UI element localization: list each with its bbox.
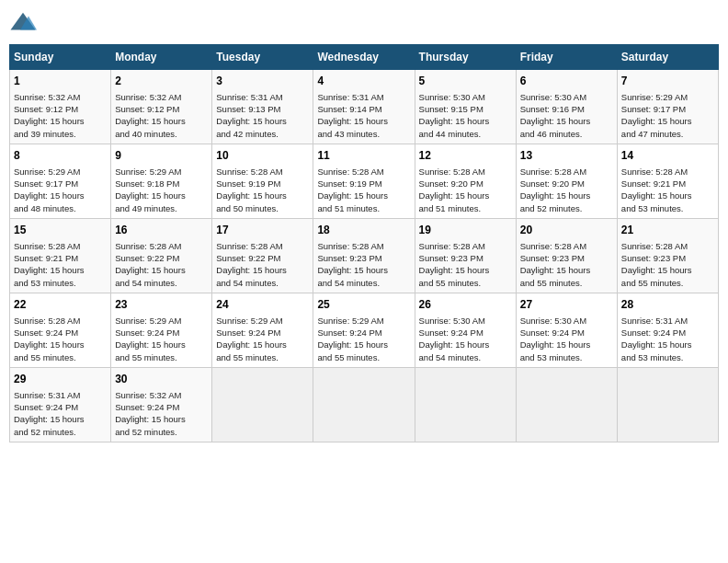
day-info: Sunrise: 5:29 AM Sunset: 9:18 PM Dayligh… (115, 166, 208, 214)
calendar-cell: 30Sunrise: 5:32 AM Sunset: 9:24 PM Dayli… (111, 367, 212, 442)
calendar-cell: 19Sunrise: 5:28 AM Sunset: 9:23 PM Dayli… (415, 218, 516, 293)
calendar-cell (617, 367, 718, 442)
day-number: 26 (419, 297, 512, 313)
day-info: Sunrise: 5:30 AM Sunset: 9:24 PM Dayligh… (419, 315, 512, 363)
day-number: 15 (14, 223, 107, 238)
day-info: Sunrise: 5:32 AM Sunset: 9:24 PM Dayligh… (115, 389, 208, 438)
calendar-cell: 13Sunrise: 5:28 AM Sunset: 9:20 PM Dayli… (516, 144, 617, 218)
day-info: Sunrise: 5:29 AM Sunset: 9:24 PM Dayligh… (115, 315, 208, 363)
weekday-header: Saturday (617, 45, 718, 70)
day-number: 28 (621, 297, 714, 313)
calendar-cell: 8Sunrise: 5:29 AM Sunset: 9:17 PM Daylig… (10, 144, 111, 218)
day-info: Sunrise: 5:31 AM Sunset: 9:24 PM Dayligh… (14, 389, 107, 438)
day-info: Sunrise: 5:32 AM Sunset: 9:12 PM Dayligh… (14, 91, 107, 140)
day-number: 12 (419, 148, 512, 164)
day-number: 20 (520, 223, 613, 238)
day-number: 9 (115, 148, 208, 164)
calendar-cell: 20Sunrise: 5:28 AM Sunset: 9:23 PM Dayli… (516, 218, 617, 293)
calendar-cell: 15Sunrise: 5:28 AM Sunset: 9:21 PM Dayli… (10, 218, 111, 293)
day-number: 21 (621, 223, 714, 238)
day-number: 10 (216, 148, 309, 164)
day-info: Sunrise: 5:30 AM Sunset: 9:24 PM Dayligh… (520, 315, 613, 363)
calendar-week-row: 8Sunrise: 5:29 AM Sunset: 9:17 PM Daylig… (10, 144, 719, 218)
day-info: Sunrise: 5:28 AM Sunset: 9:20 PM Dayligh… (419, 166, 512, 214)
day-info: Sunrise: 5:28 AM Sunset: 9:21 PM Dayligh… (621, 166, 714, 214)
day-info: Sunrise: 5:29 AM Sunset: 9:17 PM Dayligh… (14, 166, 107, 214)
calendar-cell: 22Sunrise: 5:28 AM Sunset: 9:24 PM Dayli… (10, 293, 111, 367)
calendar-cell (313, 367, 415, 442)
day-info: Sunrise: 5:28 AM Sunset: 9:21 PM Dayligh… (14, 240, 107, 289)
day-number: 23 (115, 297, 208, 313)
calendar-cell (415, 367, 516, 442)
calendar-cell: 1Sunrise: 5:32 AM Sunset: 9:12 PM Daylig… (10, 70, 111, 144)
calendar-cell: 26Sunrise: 5:30 AM Sunset: 9:24 PM Dayli… (415, 293, 516, 367)
calendar-cell: 18Sunrise: 5:28 AM Sunset: 9:23 PM Dayli… (313, 218, 415, 293)
day-info: Sunrise: 5:28 AM Sunset: 9:19 PM Dayligh… (317, 166, 410, 214)
day-number: 24 (216, 297, 309, 313)
logo-icon (9, 9, 37, 37)
calendar-cell: 4Sunrise: 5:31 AM Sunset: 9:14 PM Daylig… (313, 70, 415, 144)
day-number: 14 (621, 148, 714, 164)
day-number: 11 (317, 148, 410, 164)
calendar-cell: 2Sunrise: 5:32 AM Sunset: 9:12 PM Daylig… (111, 70, 212, 144)
calendar-cell: 5Sunrise: 5:30 AM Sunset: 9:15 PM Daylig… (415, 70, 516, 144)
weekday-header: Friday (516, 45, 617, 70)
calendar-cell: 9Sunrise: 5:29 AM Sunset: 9:18 PM Daylig… (111, 144, 212, 218)
calendar-cell (516, 367, 617, 442)
day-number: 6 (520, 74, 613, 89)
day-number: 1 (14, 74, 107, 89)
day-number: 29 (14, 372, 107, 387)
calendar-cell: 7Sunrise: 5:29 AM Sunset: 9:17 PM Daylig… (617, 70, 718, 144)
calendar-table: SundayMondayTuesdayWednesdayThursdayFrid… (9, 44, 719, 442)
calendar-week-row: 22Sunrise: 5:28 AM Sunset: 9:24 PM Dayli… (10, 293, 719, 367)
calendar-cell: 14Sunrise: 5:28 AM Sunset: 9:21 PM Dayli… (617, 144, 718, 218)
day-info: Sunrise: 5:28 AM Sunset: 9:22 PM Dayligh… (216, 240, 309, 289)
day-number: 18 (317, 223, 410, 238)
calendar-week-row: 29Sunrise: 5:31 AM Sunset: 9:24 PM Dayli… (10, 367, 719, 442)
day-info: Sunrise: 5:28 AM Sunset: 9:24 PM Dayligh… (14, 315, 107, 363)
day-info: Sunrise: 5:28 AM Sunset: 9:23 PM Dayligh… (419, 240, 512, 289)
weekday-header: Thursday (415, 45, 516, 70)
day-info: Sunrise: 5:31 AM Sunset: 9:13 PM Dayligh… (216, 91, 309, 140)
day-number: 2 (115, 74, 208, 89)
day-number: 13 (520, 148, 613, 164)
calendar-cell: 24Sunrise: 5:29 AM Sunset: 9:24 PM Dayli… (212, 293, 313, 367)
weekday-header: Monday (111, 45, 212, 70)
day-number: 30 (115, 372, 208, 387)
weekday-header: Tuesday (212, 45, 313, 70)
calendar-week-row: 15Sunrise: 5:28 AM Sunset: 9:21 PM Dayli… (10, 218, 719, 293)
day-number: 27 (520, 297, 613, 313)
day-info: Sunrise: 5:30 AM Sunset: 9:16 PM Dayligh… (520, 91, 613, 140)
day-number: 25 (317, 297, 410, 313)
header (9, 9, 719, 37)
calendar-cell: 16Sunrise: 5:28 AM Sunset: 9:22 PM Dayli… (111, 218, 212, 293)
calendar-cell: 11Sunrise: 5:28 AM Sunset: 9:19 PM Dayli… (313, 144, 415, 218)
day-number: 4 (317, 74, 410, 89)
weekday-header: Wednesday (313, 45, 415, 70)
calendar-cell: 17Sunrise: 5:28 AM Sunset: 9:22 PM Dayli… (212, 218, 313, 293)
logo (9, 9, 40, 37)
calendar-cell: 27Sunrise: 5:30 AM Sunset: 9:24 PM Dayli… (516, 293, 617, 367)
calendar-cell: 29Sunrise: 5:31 AM Sunset: 9:24 PM Dayli… (10, 367, 111, 442)
calendar-cell: 10Sunrise: 5:28 AM Sunset: 9:19 PM Dayli… (212, 144, 313, 218)
day-info: Sunrise: 5:31 AM Sunset: 9:14 PM Dayligh… (317, 91, 410, 140)
calendar-cell: 25Sunrise: 5:29 AM Sunset: 9:24 PM Dayli… (313, 293, 415, 367)
day-info: Sunrise: 5:28 AM Sunset: 9:23 PM Dayligh… (520, 240, 613, 289)
day-info: Sunrise: 5:28 AM Sunset: 9:20 PM Dayligh… (520, 166, 613, 214)
day-info: Sunrise: 5:28 AM Sunset: 9:23 PM Dayligh… (317, 240, 410, 289)
day-info: Sunrise: 5:29 AM Sunset: 9:17 PM Dayligh… (621, 91, 714, 140)
calendar-cell (212, 367, 313, 442)
day-info: Sunrise: 5:28 AM Sunset: 9:23 PM Dayligh… (621, 240, 714, 289)
calendar-cell: 12Sunrise: 5:28 AM Sunset: 9:20 PM Dayli… (415, 144, 516, 218)
day-number: 8 (14, 148, 107, 164)
calendar-week-row: 1Sunrise: 5:32 AM Sunset: 9:12 PM Daylig… (10, 70, 719, 144)
day-number: 19 (419, 223, 512, 238)
calendar-cell: 3Sunrise: 5:31 AM Sunset: 9:13 PM Daylig… (212, 70, 313, 144)
calendar-cell: 6Sunrise: 5:30 AM Sunset: 9:16 PM Daylig… (516, 70, 617, 144)
day-number: 3 (216, 74, 309, 89)
day-info: Sunrise: 5:30 AM Sunset: 9:15 PM Dayligh… (419, 91, 512, 140)
calendar-cell: 21Sunrise: 5:28 AM Sunset: 9:23 PM Dayli… (617, 218, 718, 293)
day-number: 16 (115, 223, 208, 238)
day-info: Sunrise: 5:31 AM Sunset: 9:24 PM Dayligh… (621, 315, 714, 363)
day-info: Sunrise: 5:28 AM Sunset: 9:22 PM Dayligh… (115, 240, 208, 289)
